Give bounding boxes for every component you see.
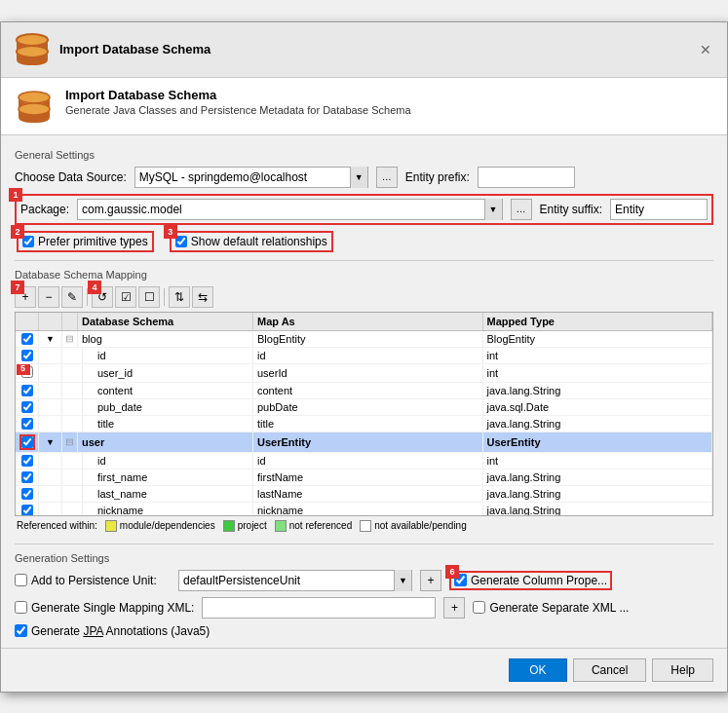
checkbox-title[interactable] — [21, 418, 33, 430]
cancel-button[interactable]: Cancel — [573, 658, 646, 682]
divider-1 — [15, 260, 713, 261]
row-type-nickname: java.lang.String — [483, 503, 713, 516]
table-row[interactable]: first_name firstName java.lang.String — [16, 469, 712, 486]
datasource-label: Choose Data Source: — [15, 170, 127, 184]
datasource-dropdown-btn[interactable]: ▼ — [350, 167, 367, 188]
row-check-uid[interactable] — [16, 453, 39, 469]
check-all-btn[interactable]: ☑ — [115, 286, 136, 308]
row-expand-nickname — [39, 503, 62, 516]
gen-column-container: 6 Generate Column Prope... — [449, 571, 612, 590]
separate-xml-label: Generate Separate XML ... — [489, 601, 629, 615]
svg-point-2 — [19, 92, 50, 103]
table-row-selected[interactable]: ▼ user UserEntity UserEntity — [16, 432, 712, 453]
legend-not-ref-label: not referenced — [289, 520, 353, 531]
row-mapas-lastname: lastName — [253, 486, 483, 502]
single-mapping-input[interactable] — [202, 597, 436, 619]
checkbox-content[interactable] — [21, 385, 33, 396]
table-row[interactable]: id id int — [16, 348, 712, 364]
table-row[interactable]: pub_date pubDate java.sql.Date — [16, 399, 712, 416]
legend-pending: not available/pending — [360, 520, 467, 532]
row-expand-user[interactable]: ▼ — [39, 432, 62, 452]
titlebar: Import Database Schema ✕ — [1, 22, 727, 78]
svg-point-1 — [17, 46, 48, 57]
gen-settings-label: Generation Settings — [15, 552, 713, 564]
row-check-user-id[interactable]: 5 — [16, 364, 39, 382]
row-mapas-content: content — [253, 383, 483, 398]
checkbox-nickname[interactable] — [21, 505, 33, 516]
row-check-blog[interactable] — [16, 331, 39, 347]
checkbox-uid[interactable] — [21, 455, 33, 467]
package-dropdown-btn[interactable]: ▼ — [484, 199, 502, 220]
table-row[interactable]: title title java.lang.String — [16, 416, 712, 432]
package-label: Package: — [20, 203, 69, 216]
row-check-user[interactable] — [16, 432, 39, 452]
legend-module-box — [105, 520, 117, 532]
table-row[interactable]: content content java.lang.String — [16, 383, 712, 399]
entity-prefix-input[interactable] — [478, 167, 575, 188]
table-row[interactable]: ▼ blog BlogEntity BlogEntity — [16, 331, 712, 348]
row-expand-pub-date — [39, 399, 62, 415]
checkbox-pub-date[interactable] — [21, 401, 33, 413]
datasource-row: Choose Data Source: MySQL - springdemo@l… — [15, 167, 713, 188]
persistence-combo[interactable]: defaultPersistenceUnit ▼ — [178, 570, 412, 591]
row-expand-blog[interactable]: ▼ — [39, 331, 62, 347]
single-mapping-add-btn[interactable]: + — [443, 597, 465, 619]
row-name-firstname: first_name — [78, 469, 253, 485]
table-row[interactable]: last_name lastName java.lang.String — [16, 486, 712, 503]
table-row[interactable]: id id int — [16, 453, 712, 469]
badge-2: 2 — [11, 225, 24, 239]
legend-row: Referenced within: module/dependencies p… — [15, 516, 713, 536]
entity-suffix-input[interactable] — [610, 199, 708, 220]
uncheck-all-btn[interactable]: ☐ — [138, 286, 160, 308]
add-persistence-check-container: Add to Persistence Unit: — [15, 574, 171, 587]
row-mapas-firstname: firstName — [253, 469, 483, 485]
checkbox-row: 2 Prefer primitive types 3 Show default … — [15, 231, 713, 252]
edit-schema-btn[interactable]: ✎ — [61, 286, 83, 308]
row-check-content[interactable] — [16, 383, 39, 398]
single-mapping-checkbox[interactable] — [15, 601, 27, 614]
close-button[interactable]: ✕ — [696, 40, 715, 59]
row-check-lastname[interactable] — [16, 486, 39, 502]
persistence-dropdown-btn[interactable]: ▼ — [394, 570, 411, 591]
row-check-firstname[interactable] — [16, 469, 39, 485]
row-check-blog-id[interactable] — [16, 348, 39, 363]
row-check-pub-date[interactable] — [16, 399, 39, 415]
remove-schema-btn[interactable]: − — [38, 286, 59, 308]
checkbox-user[interactable] — [21, 436, 33, 448]
header-subtitle: Generate Java Classes and Persistence Me… — [65, 104, 411, 116]
checkbox-blog[interactable] — [21, 333, 33, 345]
row-mapas-pub-date: pubDate — [253, 399, 483, 415]
row-expand-blog-id — [39, 348, 62, 363]
row-mapas-blog-id: id — [253, 348, 483, 363]
sort-asc-btn[interactable]: ⇅ — [169, 286, 190, 308]
separate-xml-checkbox[interactable] — [473, 601, 485, 614]
row-check-nickname[interactable] — [16, 503, 39, 516]
toolbar-sep-2 — [164, 288, 165, 306]
datasource-combo[interactable]: MySQL - springdemo@localhost ▼ — [134, 167, 368, 188]
checkbox-firstname[interactable] — [21, 471, 33, 483]
help-button[interactable]: Help — [652, 658, 713, 682]
checkbox-lastname[interactable] — [21, 488, 33, 500]
datasource-browse-btn[interactable]: … — [376, 167, 398, 188]
schema-table: Database Schema Map As Mapped Type ▼ blo… — [15, 312, 713, 516]
checkbox-blog-id[interactable] — [21, 350, 33, 361]
package-value: com.gaussic.model — [78, 199, 483, 220]
row-check-title[interactable] — [16, 416, 39, 432]
add-persistence-checkbox[interactable] — [15, 574, 27, 586]
table-row[interactable]: nickname nickname java.lang.String — [16, 503, 712, 516]
legend-not-ref: not referenced — [275, 520, 353, 532]
package-combo[interactable]: com.gaussic.model ▼ — [77, 199, 502, 220]
table-row[interactable]: 5 user_id userId int — [16, 364, 712, 383]
package-browse-btn[interactable]: … — [511, 199, 532, 220]
sort-desc-btn[interactable]: ⇆ — [192, 286, 213, 308]
row-mapas-title: title — [253, 416, 483, 432]
titlebar-left: Import Database Schema — [13, 30, 211, 69]
jpa-checkbox[interactable] — [15, 624, 27, 637]
col-db-schema: Database Schema — [78, 313, 253, 330]
ok-button[interactable]: OK — [509, 658, 567, 682]
badge-7: 7 — [11, 281, 24, 294]
table-icon — [66, 333, 73, 345]
row-type-content: java.lang.String — [483, 383, 713, 398]
add-persistence-unit-btn[interactable]: + — [420, 570, 441, 591]
db-schema-label: Database Schema Mapping — [15, 269, 713, 281]
